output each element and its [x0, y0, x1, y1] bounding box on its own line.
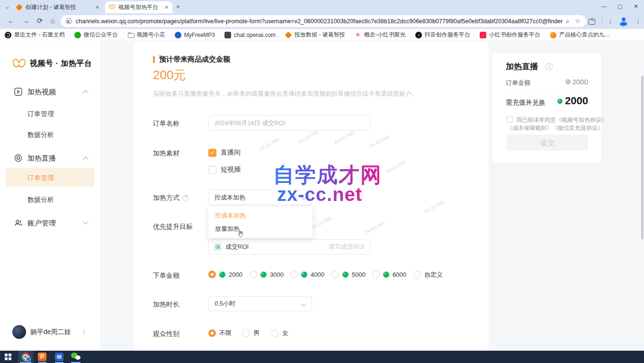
reload-icon[interactable]: ⟳ [37, 17, 43, 25]
site-info-icon[interactable] [66, 18, 72, 24]
radio-unselected-icon[interactable] [242, 329, 250, 337]
agreement-text-line1[interactable]: 我已阅读并同意《视频号加热协议》 [516, 116, 607, 124]
extensions-icon[interactable] [589, 18, 595, 25]
coin-bean-icon [260, 272, 267, 278]
ppt-taskbar-icon[interactable]: P [38, 353, 46, 361]
material-option-live[interactable]: ✓ 直播间 [208, 148, 241, 157]
maximize-button[interactable]: ▢ [612, 0, 628, 13]
help-icon[interactable]: ? [182, 195, 189, 201]
roi-input[interactable]: 保 成交ROI 填写成交ROI [208, 239, 370, 254]
sidebar-item-data-analysis-video[interactable]: 数据分析 [27, 131, 54, 139]
recharge-label: 需充值并兑换 [506, 99, 546, 107]
agreement-checkbox[interactable] [507, 117, 513, 123]
bookmark-item[interactable]: 最近文件 - 石墨文档 [5, 31, 65, 39]
sidebar-user[interactable]: 躺平de周二娃 [0, 325, 100, 339]
bookmark-item[interactable]: 视频号小店 [127, 31, 165, 39]
order-amount-row-value: 2000 [565, 78, 588, 86]
radio-unselected-icon[interactable] [413, 271, 421, 279]
avatar [12, 325, 26, 339]
order-amount-row-label: 订单金额 [506, 79, 530, 87]
dropdown-option-cost-control[interactable]: 控成本加热 [208, 209, 313, 222]
bookmark-item[interactable]: MyFreeMP3 [175, 32, 215, 38]
close-icon[interactable]: ✕ [165, 5, 169, 10]
checkbox-label: 直播间 [221, 148, 241, 157]
sidebar-item-account-mgmt[interactable]: 账户管理 [0, 217, 100, 230]
info-icon[interactable]: i [546, 63, 553, 70]
amount-option-4000[interactable]: 4000 [290, 271, 324, 278]
back-icon[interactable]: ← [8, 17, 15, 25]
sidebar-item-data-analysis-live[interactable]: 数据分析 [27, 196, 54, 204]
sidebar-item-order-mgmt-video[interactable]: 订单管理 [27, 110, 54, 118]
checkbox-unchecked-icon[interactable] [208, 166, 216, 174]
amount-option-custom[interactable]: 自定义 [413, 271, 443, 279]
submit-button[interactable]: 提交 [507, 135, 588, 151]
radio-selected-icon[interactable] [208, 329, 216, 337]
url-text: channels.weixin.qq.com/promote/pages/pla… [76, 18, 566, 25]
sidebar-item-heat-video[interactable]: 加热视频 [0, 86, 100, 99]
amount-option-6000[interactable]: 6000 [372, 271, 406, 278]
gender-option-male[interactable]: 男 [242, 329, 259, 337]
gender-option-female[interactable]: 女 [271, 329, 288, 337]
address-bar[interactable]: channels.weixin.qq.com/promote/pages/pla… [61, 15, 586, 27]
zoom-page-icon[interactable]: ⌕ [566, 18, 569, 25]
tab-search-icon[interactable]: ⌄ [4, 3, 11, 11]
duration-select[interactable]: 0.5小时 [208, 296, 312, 311]
bookmark-item[interactable]: chat.openai.com [224, 32, 276, 38]
recharge-value: 2000 [557, 95, 588, 107]
video-play-icon [14, 88, 23, 96]
chevron-down-icon [83, 219, 88, 224]
bookmark-item[interactable]: 微信公众平台 [74, 31, 118, 39]
sidebar-item-label: 账户管理 [27, 219, 56, 228]
bookmark-star-icon[interactable]: ☆ [575, 18, 581, 25]
wechat-taskbar-icon[interactable] [71, 352, 80, 362]
dropdown-option-volume[interactable]: 放量加热 [208, 222, 313, 236]
amount-option-3000[interactable]: 3000 [250, 271, 284, 278]
radio-unselected-icon[interactable] [290, 271, 298, 278]
amount-option-2000[interactable]: 2000 [208, 271, 242, 278]
estimated-amount: 200元 [153, 67, 186, 83]
channels-logo-icon [13, 59, 26, 69]
bookmark-item[interactable]: ✳概念-小红书聚光 [355, 31, 406, 39]
page-scrollbar[interactable] [641, 76, 644, 239]
radio-unselected-icon[interactable] [331, 271, 339, 278]
checkbox-checked-icon[interactable]: ✓ [208, 149, 216, 157]
material-option-short-video[interactable]: 短视频 [208, 165, 241, 174]
amount-option-5000[interactable]: 5000 [331, 271, 366, 278]
tab-favicon-zhuge [16, 4, 23, 11]
bookmark-label: 投放数据 - 诸葛智投 [295, 31, 345, 39]
roi-value: 成交ROI [225, 243, 249, 251]
bookmark-item[interactable]: ♪抖音创作服务平台 [415, 31, 470, 39]
sidebar-item-heat-live[interactable]: 加热直播 [0, 152, 100, 165]
windows-start-icon[interactable] [5, 354, 11, 360]
home-icon[interactable]: ⌂ [51, 17, 55, 25]
radio-unselected-icon[interactable] [250, 271, 257, 278]
agreement-text-line2[interactable]: 《成本保障规则》《微信豆充值协议》 [507, 124, 603, 132]
shimo-icon [5, 32, 11, 38]
radio-selected-icon[interactable] [208, 271, 216, 278]
bookmark-label: 最近文件 - 石墨文档 [14, 31, 65, 39]
radio-unselected-icon[interactable] [372, 271, 380, 278]
new-tab-button[interactable]: + [176, 3, 180, 10]
estimate-note: 实际效果与直播质量有关，未带来的观看量将在直播结束后按规则折算微信豆或卡券退回原… [153, 90, 418, 98]
forward-icon[interactable]: → [22, 17, 29, 25]
minimize-button[interactable]: — [596, 0, 612, 13]
folder-icon [127, 32, 134, 38]
sidebar-item-order-mgmt-live[interactable]: 订单管理 [27, 174, 54, 182]
radio-label: 女 [282, 329, 288, 337]
close-icon[interactable]: ✕ [96, 5, 99, 10]
close-window-button[interactable]: ✕ [628, 0, 644, 13]
page-content: 视频号 · 加热平台 加热视频 订单管理 数据分析 加热直播 订单管理 数据分析 [0, 41, 644, 351]
downloads-icon[interactable]: ↓ [609, 18, 612, 25]
gender-option-any[interactable]: 不限 [208, 329, 232, 337]
blue-app-taskbar-icon[interactable] [55, 353, 63, 361]
order-name-input[interactable]: 2024年08月14日 成交ROI [208, 115, 370, 131]
profile-avatar-icon[interactable] [618, 16, 628, 26]
bookmark-item[interactable]: 投放数据 - 诸葛智投 [285, 31, 345, 39]
browser-menu-icon[interactable]: ⋮ [635, 18, 641, 25]
tab-title: 创建计划 - 诸葛智投 [26, 3, 93, 11]
bookmark-item[interactable]: 产品核心卖点的九... [550, 31, 609, 39]
browser-tab-active[interactable]: 视频号加热平台 ✕ [105, 1, 172, 13]
bookmark-item[interactable]: 小红书创作服务平台 [480, 31, 540, 39]
browser-tab-inactive[interactable]: 创建计划 - 诸葛智投 ✕ [12, 1, 103, 13]
radio-unselected-icon[interactable] [271, 329, 279, 337]
